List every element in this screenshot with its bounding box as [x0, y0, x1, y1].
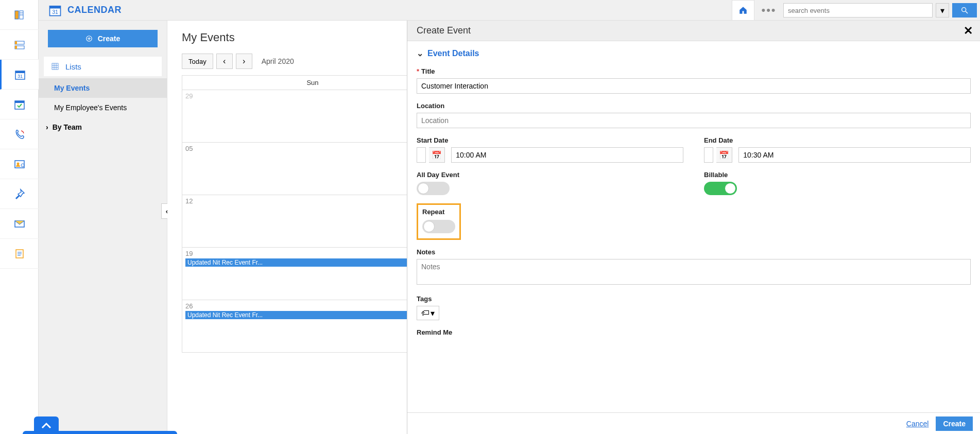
rail-item-books[interactable]	[0, 0, 39, 30]
modal-header: Create Event ✕	[407, 21, 980, 41]
modal-title: Create Event	[417, 25, 471, 36]
ellipsis-icon: •••	[761, 4, 776, 17]
field-title: *Title	[417, 67, 971, 94]
home-button[interactable]	[732, 0, 754, 21]
grid-icon	[51, 62, 59, 71]
svg-rect-9	[15, 71, 25, 73]
day-number: 05	[185, 145, 440, 152]
cancel-link[interactable]: Cancel	[906, 420, 929, 428]
modal-footer: Cancel Create	[407, 412, 980, 434]
start-date-picker-button[interactable]: 📅	[429, 147, 445, 163]
header-bar: 31 CALENDAR ••• ▾	[39, 0, 980, 21]
chevron-left-icon: ‹	[223, 57, 226, 66]
svg-rect-12	[15, 101, 24, 103]
required-asterisk: *	[417, 67, 419, 75]
search-dropdown[interactable]: ▾	[936, 3, 949, 18]
search-input[interactable]	[783, 3, 933, 18]
calendar-cell[interactable]: 05	[182, 143, 443, 195]
nav-lists[interactable]: Lists	[44, 57, 162, 76]
rail-item-phone[interactable]	[0, 119, 39, 149]
svg-text:31: 31	[52, 9, 58, 15]
chevron-up-icon	[41, 422, 51, 429]
rail-item-mail[interactable]	[0, 209, 39, 239]
field-all-day: All Day Event	[417, 171, 683, 195]
rail-item-check-cal[interactable]	[0, 90, 39, 119]
rail-item-notes[interactable]	[0, 239, 39, 269]
calendar-icon: 📅	[432, 150, 442, 160]
day-number: 26	[185, 302, 440, 310]
create-submit-button[interactable]: Create	[936, 416, 973, 431]
billable-toggle[interactable]	[704, 182, 737, 195]
location-input[interactable]	[417, 113, 971, 128]
end-date-picker-button[interactable]: 📅	[716, 147, 732, 163]
nav-employee-events[interactable]: My Employee's Events	[39, 98, 167, 117]
chevron-right-icon: ›	[243, 57, 245, 66]
calendar-cell[interactable]: 26Updated Nit Rec Event Fr...	[182, 300, 443, 353]
svg-rect-6	[15, 41, 17, 44]
notes-input[interactable]	[417, 259, 971, 285]
next-button[interactable]: ›	[236, 54, 252, 69]
left-panel: Create Lists My Events My Employee's Eve…	[39, 21, 167, 434]
chevron-down-icon: ▾	[940, 6, 944, 15]
field-end-date: End Date 📅	[704, 136, 971, 163]
svg-text:31: 31	[18, 74, 23, 79]
day-number: 29	[185, 92, 440, 100]
svg-rect-0	[15, 11, 19, 19]
svg-rect-7	[15, 46, 17, 49]
repeat-toggle[interactable]	[422, 220, 455, 233]
svg-text:→: →	[21, 164, 24, 167]
search-icon	[960, 6, 969, 14]
start-time-input[interactable]	[451, 147, 683, 163]
calendar-icon: 📅	[719, 150, 729, 160]
today-button[interactable]: Today	[182, 54, 213, 69]
end-time-input[interactable]	[738, 147, 971, 163]
nav-by-team[interactable]: ›By Team	[39, 117, 167, 137]
search-button[interactable]	[952, 3, 977, 18]
field-tags: Tags 🏷▾	[417, 295, 971, 320]
start-date-input[interactable]	[417, 147, 426, 163]
field-repeat: Repeat	[417, 203, 683, 240]
rail-item-calendar[interactable]: 31	[0, 60, 39, 90]
rail-item-pin[interactable]	[0, 179, 39, 209]
repeat-highlight-box: Repeat	[417, 203, 461, 240]
app-title-text: CALENDAR	[67, 5, 122, 15]
header-right: ••• ▾	[732, 0, 980, 21]
month-label: April 2020	[262, 57, 294, 65]
tags-button[interactable]: 🏷▾	[417, 306, 439, 320]
rail-item-contacts[interactable]: →	[0, 149, 39, 179]
calendar-cell[interactable]: 29	[182, 90, 443, 143]
calendar-cell[interactable]: 19Updated Nit Rec Event Fr...	[182, 248, 443, 300]
field-notes: Notes	[417, 248, 971, 287]
day-number: 19	[185, 250, 440, 257]
section-event-details[interactable]: ⌄ Event Details	[417, 48, 971, 58]
end-date-input[interactable]	[704, 147, 713, 163]
rail-item-cards[interactable]	[0, 30, 39, 60]
app-title: 31 CALENDAR	[48, 3, 122, 18]
field-start-date: Start Date 📅	[417, 136, 683, 163]
event-bar[interactable]: Updated Nit Rec Event Fr...	[185, 311, 440, 319]
icon-rail: 31 →	[0, 0, 39, 434]
calendar-cell[interactable]: 12	[182, 195, 443, 248]
plus-circle-icon	[85, 35, 93, 42]
bottom-bar	[23, 431, 177, 434]
svg-point-14	[16, 162, 19, 165]
create-button[interactable]: Create	[48, 30, 158, 47]
chevron-down-icon: ⌄	[417, 48, 423, 58]
nav-my-events[interactable]: My Events	[39, 78, 167, 98]
svg-point-25	[962, 8, 966, 12]
title-input[interactable]	[417, 78, 971, 94]
svg-rect-23	[50, 6, 61, 8]
tag-icon: 🏷	[421, 308, 429, 318]
calendar-icon: 31	[48, 3, 62, 18]
field-remind: Remind Me	[417, 328, 971, 336]
more-button[interactable]: •••	[758, 0, 780, 21]
create-event-panel: Create Event ✕ ⌄ Event Details *Title Lo…	[407, 21, 980, 434]
prev-button[interactable]: ‹	[216, 54, 233, 69]
close-button[interactable]: ✕	[964, 24, 973, 38]
modal-body: ⌄ Event Details *Title Location Start Da…	[407, 41, 980, 412]
all-day-toggle[interactable]	[417, 182, 450, 195]
event-bar[interactable]: Updated Nit Rec Event Fr...	[185, 258, 440, 267]
day-header: Sun	[182, 76, 443, 90]
home-icon	[738, 6, 748, 15]
svg-line-26	[966, 11, 968, 13]
